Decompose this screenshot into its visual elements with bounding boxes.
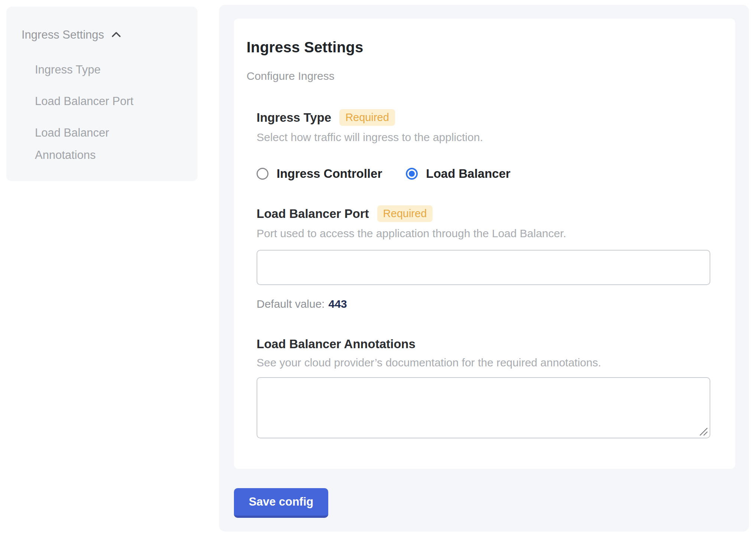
section-description: See your cloud provider’s documentation … — [257, 356, 713, 369]
radio-load-balancer[interactable]: Load Balancer — [406, 167, 510, 181]
form-sections: Ingress Type Required Select how traffic… — [257, 109, 713, 438]
required-badge: Required — [377, 205, 433, 222]
default-value: 443 — [328, 298, 347, 310]
sidebar-group-ingress-settings[interactable]: Ingress Settings — [22, 28, 183, 42]
save-config-button[interactable]: Save config — [234, 488, 328, 518]
section-description: Select how traffic will ingress to the a… — [257, 131, 713, 144]
main-panel: Ingress Settings Configure Ingress Ingre… — [219, 5, 749, 532]
sidebar-group-label: Ingress Settings — [22, 28, 104, 42]
sidebar-item-load-balancer-port[interactable]: Load Balancer Port — [35, 90, 157, 112]
radio-ingress-controller[interactable]: Ingress Controller — [257, 167, 382, 181]
section-title: Load Balancer Port — [257, 207, 369, 221]
ingress-settings-card: Ingress Settings Configure Ingress Ingre… — [234, 19, 735, 469]
required-badge: Required — [339, 109, 395, 126]
radio-label: Ingress Controller — [277, 167, 382, 181]
sidebar-item-ingress-type[interactable]: Ingress Type — [35, 59, 157, 81]
section-load-balancer-annotations: Load Balancer Annotations See your cloud… — [257, 337, 713, 438]
load-balancer-annotations-textarea[interactable] — [257, 377, 710, 438]
radio-label: Load Balancer — [426, 167, 510, 181]
section-ingress-type: Ingress Type Required Select how traffic… — [257, 109, 713, 181]
ingress-type-radio-group: Ingress Controller Load Balancer — [257, 167, 713, 181]
chevron-up-icon[interactable] — [110, 29, 123, 41]
resize-handle-icon[interactable] — [698, 427, 708, 436]
sidebar-item-list: Ingress Type Load Balancer Port Load Bal… — [35, 59, 183, 166]
page-subtitle: Configure Ingress — [247, 70, 713, 82]
section-title: Ingress Type — [257, 111, 331, 125]
section-description: Port used to access the application thro… — [257, 227, 713, 240]
settings-sidebar: Ingress Settings Ingress Type Load Balan… — [6, 7, 198, 181]
radio-circle-icon — [257, 168, 268, 180]
default-value-label: Default value: — [257, 298, 325, 310]
radio-circle-icon — [406, 168, 418, 180]
section-load-balancer-port: Load Balancer Port Required Port used to… — [257, 205, 713, 310]
section-title: Load Balancer Annotations — [257, 337, 416, 351]
page-title: Ingress Settings — [247, 39, 713, 56]
default-value-row: Default value:443 — [257, 298, 713, 310]
sidebar-item-load-balancer-annotations[interactable]: Load Balancer Annotations — [35, 122, 157, 166]
load-balancer-port-input[interactable] — [257, 250, 710, 285]
